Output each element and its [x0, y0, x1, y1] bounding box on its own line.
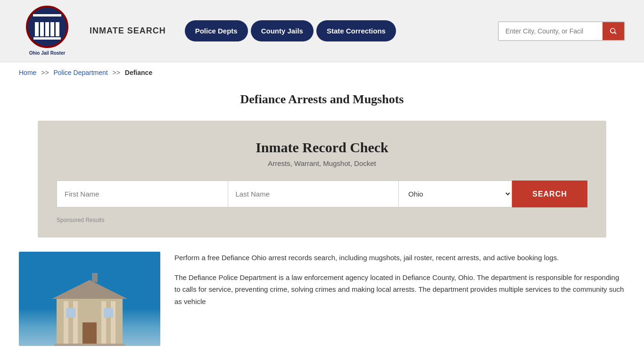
- logo-col-4: [50, 22, 54, 36]
- record-check-title: Inmate Record Check: [57, 140, 587, 156]
- logo-top-bar: [33, 14, 61, 16]
- search-icon: [609, 27, 618, 35]
- inmate-search-label: INMATE SEARCH: [90, 26, 166, 36]
- header-search-button[interactable]: [603, 22, 624, 40]
- breadcrumb-current: Defiance: [125, 69, 152, 76]
- page-title: Defiance Arrests and Mugshots: [19, 92, 625, 107]
- sponsored-results-label: Sponsored Results: [57, 217, 587, 223]
- svg-rect-9: [104, 308, 113, 318]
- breadcrumb-sep-1: >>: [41, 69, 49, 76]
- logo-col-2: [40, 22, 44, 36]
- last-name-input[interactable]: [228, 181, 399, 207]
- header-search-input[interactable]: [499, 22, 603, 40]
- nav-county-jails[interactable]: County Jails: [251, 20, 314, 41]
- svg-rect-5: [101, 301, 106, 344]
- content-paragraph-2: The Defiance Police Department is a law …: [174, 272, 625, 308]
- logo-inner: [33, 14, 61, 40]
- logo-col-1: [35, 22, 39, 36]
- logo-col-3: [45, 22, 49, 36]
- logo-columns: [35, 22, 59, 36]
- svg-rect-6: [111, 301, 116, 344]
- page-title-area: Defiance Arrests and Mugshots: [0, 83, 644, 121]
- logo-col-5: [56, 22, 59, 36]
- logo-base-bar: [33, 37, 61, 40]
- svg-rect-10: [54, 344, 125, 346]
- logo-text: Ohio Jail Roster: [29, 50, 66, 56]
- record-search-button[interactable]: SEARCH: [512, 181, 587, 207]
- nav-state-corrections[interactable]: State Corrections: [316, 20, 396, 41]
- svg-rect-2: [92, 273, 98, 282]
- svg-rect-7: [83, 322, 97, 346]
- breadcrumb-police-dept[interactable]: Police Department: [54, 69, 108, 76]
- record-form: Ohio SEARCH: [57, 181, 587, 207]
- content-paragraph-1: Perform a free Defiance Ohio arrest reco…: [174, 252, 625, 264]
- header-search-bar: [498, 21, 625, 41]
- logo-area: Ohio Jail Roster: [19, 6, 75, 56]
- breadcrumb-sep-2: >>: [113, 69, 120, 76]
- state-select[interactable]: Ohio: [399, 181, 512, 207]
- svg-marker-1: [52, 280, 127, 299]
- record-check-subtitle: Arrests, Warrant, Mugshot, Docket: [57, 159, 587, 167]
- building-svg: [19, 271, 160, 346]
- nav-police-depts[interactable]: Police Depts: [185, 20, 248, 41]
- logo-circle: [26, 6, 68, 48]
- svg-rect-4: [73, 301, 78, 344]
- content-text: Perform a free Defiance Ohio arrest reco…: [174, 252, 625, 315]
- content-area: Perform a free Defiance Ohio arrest reco…: [0, 238, 644, 360]
- first-name-input[interactable]: [57, 181, 228, 207]
- svg-rect-8: [66, 308, 75, 318]
- breadcrumb: Home >> Police Department >> Defiance: [0, 62, 644, 83]
- svg-rect-3: [64, 301, 68, 344]
- breadcrumb-home[interactable]: Home: [19, 69, 36, 76]
- record-check-box: Inmate Record Check Arrests, Warrant, Mu…: [38, 121, 606, 238]
- main-nav: Police Depts County Jails State Correcti…: [185, 20, 396, 41]
- content-image: [19, 252, 160, 346]
- site-header: Ohio Jail Roster INMATE SEARCH Police De…: [0, 0, 644, 62]
